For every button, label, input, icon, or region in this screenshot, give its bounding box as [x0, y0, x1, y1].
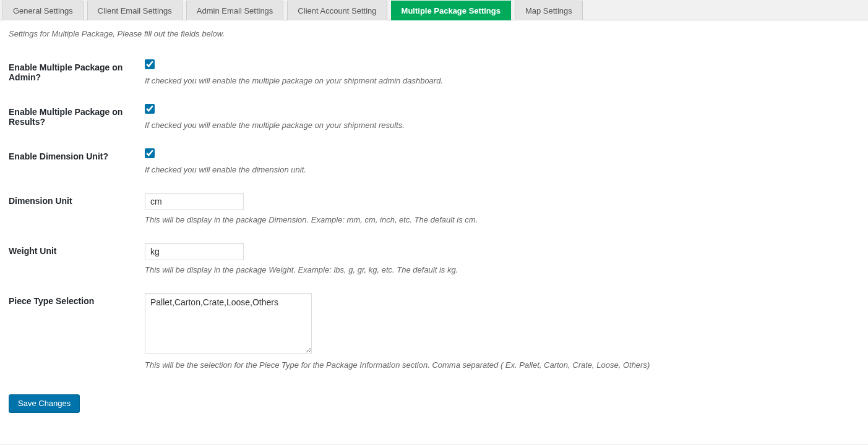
- tab-admin-email-settings[interactable]: Admin Email Settings: [186, 1, 284, 20]
- label-enable-admin: Enable Multiple Package on Admin?: [9, 53, 145, 98]
- desc-piece-type: This will be the selection for the Piece…: [145, 360, 853, 370]
- tab-client-email-settings[interactable]: Client Email Settings: [87, 1, 183, 20]
- checkbox-enable-dim-unit[interactable]: [145, 148, 155, 158]
- desc-enable-dim-unit: If checked you will enable the dimension…: [145, 165, 853, 174]
- textarea-piece-type[interactable]: [145, 293, 312, 354]
- save-changes-button[interactable]: Save Changes: [9, 394, 80, 412]
- input-dim-unit[interactable]: [145, 193, 244, 210]
- label-piece-type: Piece Type Selection: [9, 287, 145, 382]
- desc-enable-results: If checked you will enable the multiple …: [145, 121, 853, 130]
- settings-panel: Settings for Multiple Package, Please fi…: [0, 20, 868, 444]
- input-weight-unit[interactable]: [145, 243, 244, 260]
- label-enable-results: Enable Multiple Package on Results?: [9, 98, 145, 142]
- intro-text: Settings for Multiple Package, Please fi…: [9, 29, 859, 38]
- desc-weight-unit: This will be display in the package Weig…: [145, 265, 853, 274]
- tab-multiple-package-settings[interactable]: Multiple Package Settings: [391, 1, 511, 20]
- tab-general-settings[interactable]: General Settings: [2, 1, 84, 20]
- label-weight-unit: Weight Unit: [9, 237, 145, 287]
- desc-dim-unit: This will be display in the package Dime…: [145, 215, 853, 224]
- label-dim-unit: Dimension Unit: [9, 187, 145, 237]
- tab-map-settings[interactable]: Map Settings: [515, 1, 583, 20]
- desc-enable-admin: If checked you will enable the multiple …: [145, 76, 853, 85]
- label-enable-dim-unit: Enable Dimension Unit?: [9, 142, 145, 187]
- tab-client-account-setting[interactable]: Client Account Setting: [287, 1, 387, 20]
- settings-form-table: Enable Multiple Package on Admin? If che…: [9, 53, 859, 382]
- checkbox-enable-results[interactable]: [145, 104, 155, 114]
- settings-tab-bar: General Settings Client Email Settings A…: [0, 0, 868, 20]
- checkbox-enable-admin[interactable]: [145, 59, 155, 69]
